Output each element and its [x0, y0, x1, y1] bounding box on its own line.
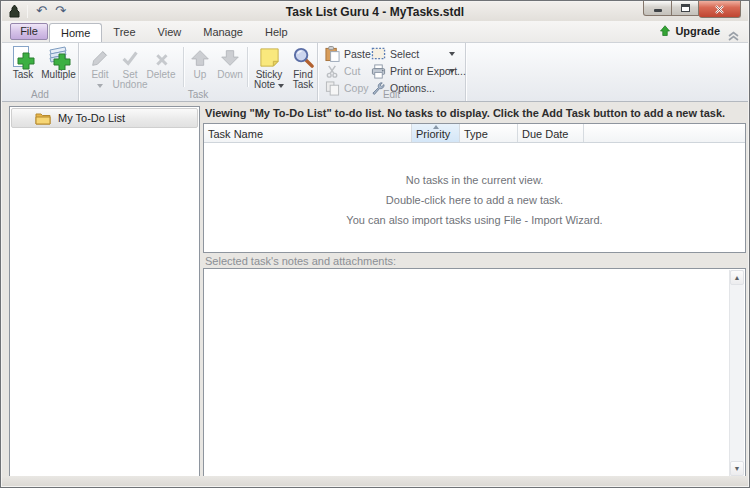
file-menu-button[interactable]: File: [10, 23, 48, 40]
column-header-type[interactable]: Type: [460, 124, 518, 142]
empty-task-area[interactable]: No tasks in the current view. Double-cli…: [204, 143, 745, 252]
upgrade-button[interactable]: Upgrade: [659, 25, 720, 37]
notes-textarea[interactable]: ▲ ▼: [203, 268, 746, 478]
group-label-task: Task: [79, 89, 317, 100]
upgrade-label: Upgrade: [675, 25, 720, 37]
cut-scissors-icon: [325, 64, 340, 79]
paste-clipboard-icon: [325, 46, 340, 62]
sort-asc-icon: [433, 125, 439, 129]
column-label: Task Name: [208, 128, 263, 140]
minimize-icon: [654, 9, 662, 12]
window-controls: [643, 1, 741, 18]
scroll-down-icon[interactable]: ▼: [730, 461, 744, 476]
minimize-button[interactable]: [643, 1, 672, 16]
maximize-button[interactable]: [672, 1, 699, 16]
select-marquee-icon: [371, 47, 386, 61]
ribbon-group-task: Edit Set Undone Delete: [79, 43, 318, 101]
sticky-note-icon: [258, 46, 281, 69]
add-task-label: Task: [13, 69, 34, 80]
printer-icon: [371, 64, 386, 79]
ribbon-group-add: Task Multiple Add: [2, 43, 79, 101]
arrow-up-icon: [189, 47, 211, 69]
tab-manage[interactable]: Manage: [192, 23, 254, 42]
tab-view[interactable]: View: [147, 23, 193, 42]
title-bar: ↶ ↷ Task List Guru 4 - MyTasks.stdl: [2, 2, 748, 21]
column-label: Due Date: [522, 128, 568, 140]
delete-task-button[interactable]: Delete: [142, 45, 180, 90]
add-task-icon: [11, 45, 36, 70]
add-multiple-icon: [46, 45, 72, 70]
todo-list-label: My To-Do List: [58, 112, 125, 124]
add-task-button[interactable]: Task: [6, 45, 40, 90]
dropdown-arrow-icon: [278, 84, 284, 88]
group-inner-separator: [247, 47, 248, 87]
edit-task-label: Edit: [91, 69, 108, 80]
folder-icon: [35, 112, 51, 125]
ribbon-tabs: Home Tree View Manage Help: [49, 23, 299, 42]
ribbon: Task Multiple Add: [2, 42, 748, 102]
sticky-note-button[interactable]: Sticky Note: [250, 45, 288, 90]
column-header-task-name[interactable]: Task Name: [204, 124, 412, 142]
view-info-bar: Viewing "My To-Do List" to-do list. No t…: [205, 106, 743, 122]
scroll-up-icon[interactable]: ▲: [730, 270, 744, 285]
edit-pencil-icon: [89, 47, 111, 69]
move-up-label: Up: [194, 69, 207, 80]
add-multiple-label: Multiple: [41, 69, 75, 80]
delete-x-icon: [150, 47, 172, 69]
task-table: Task Name Priority Type Due Date No task…: [203, 123, 746, 253]
select-dropdown-arrow-icon[interactable]: [449, 52, 455, 56]
move-down-button[interactable]: Down: [213, 45, 247, 90]
close-button[interactable]: [699, 1, 741, 18]
maximize-icon: [681, 4, 690, 12]
empty-state-line: You can also import tasks using File - I…: [346, 214, 602, 226]
group-inner-separator: [183, 47, 184, 87]
column-label: Type: [464, 128, 488, 140]
column-header-due-date[interactable]: Due Date: [518, 124, 584, 142]
select-button[interactable]: Select: [371, 46, 419, 62]
app-window: ↶ ↷ Task List Guru 4 - MyTasks.stdl File…: [0, 0, 750, 488]
column-header-priority[interactable]: Priority: [412, 124, 460, 142]
print-dropdown-arrow-icon[interactable]: [449, 69, 455, 73]
delete-task-label: Delete: [147, 69, 176, 80]
move-up-button[interactable]: Up: [187, 45, 213, 90]
notes-label: Selected task's notes and attachments:: [205, 255, 396, 267]
tab-help[interactable]: Help: [254, 23, 299, 42]
group-label-add: Add: [2, 89, 78, 100]
group-label-edit: Edit: [318, 89, 465, 100]
paste-button[interactable]: Paste: [325, 46, 371, 62]
arrow-down-icon: [219, 47, 241, 69]
notes-scrollbar[interactable]: ▲ ▼: [729, 270, 744, 476]
chevron-up-icon: [727, 31, 740, 41]
window-title: Task List Guru 4 - MyTasks.stdl: [2, 5, 748, 19]
close-icon: [715, 5, 724, 14]
window-bottom-frame: [2, 476, 748, 486]
add-multiple-button[interactable]: Multiple: [40, 45, 77, 90]
todo-list-tree[interactable]: My To-Do List: [9, 106, 200, 478]
move-down-label: Down: [217, 69, 243, 80]
tab-tree[interactable]: Tree: [102, 23, 146, 42]
task-table-header: Task Name Priority Type Due Date: [204, 124, 745, 143]
empty-state-line: No tasks in the current view.: [406, 174, 544, 186]
sidebar-item-my-todo-list[interactable]: My To-Do List: [11, 108, 198, 128]
checkmark-icon: [119, 47, 141, 69]
ribbon-group-edit: Paste Cut Copy: [318, 43, 466, 101]
ribbon-tab-row: File Home Tree View Manage Help Upgrade: [2, 21, 748, 42]
tab-home[interactable]: Home: [49, 23, 102, 42]
cut-label: Cut: [344, 65, 360, 77]
empty-state-line: Double-click here to add a new task.: [386, 194, 563, 206]
upgrade-arrow-icon: [659, 25, 671, 37]
find-task-button[interactable]: Find Task: [288, 45, 318, 90]
column-label: Priority: [416, 128, 450, 140]
column-header-filler: [584, 124, 745, 142]
cut-button[interactable]: Cut: [325, 63, 360, 79]
paste-label: Paste: [344, 48, 371, 60]
find-magnifier-icon: [292, 46, 315, 69]
dropdown-arrow-icon: [97, 84, 103, 88]
select-label: Select: [390, 48, 419, 60]
